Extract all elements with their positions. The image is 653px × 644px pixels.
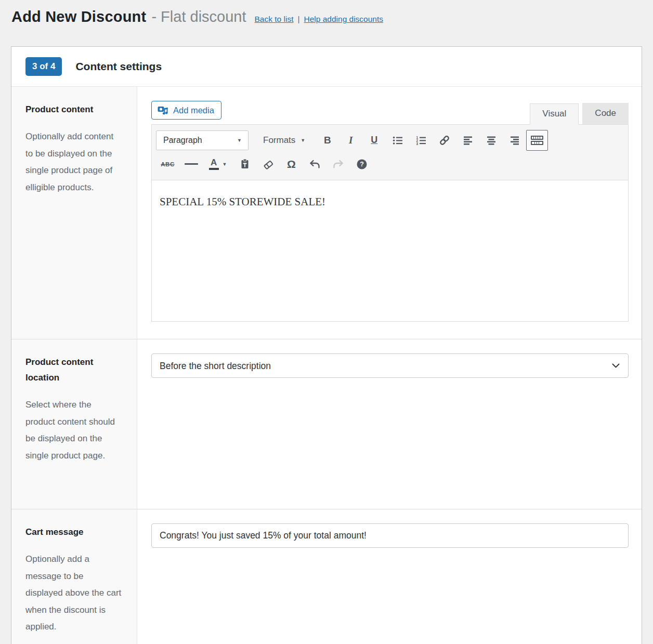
text-color-icon: A: [209, 158, 219, 170]
svg-text:3: 3: [416, 141, 418, 145]
add-media-button[interactable]: Add media: [151, 101, 221, 120]
text-color-button[interactable]: A ▼: [203, 154, 233, 174]
product-content-heading: Product content: [25, 102, 123, 117]
editor-top-bar: Add media Visual Code: [151, 101, 629, 124]
chevron-down-icon: ▼: [237, 138, 242, 143]
bulleted-list-icon: [393, 135, 403, 146]
cart-message-label-cell: Cart message Optionally add a message to…: [11, 509, 137, 644]
redo-icon: [333, 160, 344, 169]
clear-formatting-button[interactable]: [256, 154, 280, 174]
product-content-row: Product content Optionally add content t…: [11, 87, 642, 339]
cart-message-description: Optionally add a message to be displayed…: [25, 551, 123, 636]
special-character-button[interactable]: Ω: [280, 154, 303, 174]
cart-message-input[interactable]: [151, 523, 629, 548]
add-media-label: Add media: [173, 106, 214, 115]
align-center-icon: [486, 135, 497, 146]
cart-message-heading: Cart message: [25, 524, 123, 540]
location-description: Select where the product content should …: [25, 397, 123, 464]
chevron-down-icon: ▼: [223, 162, 227, 167]
undo-icon: [309, 160, 320, 169]
underline-icon: U: [371, 135, 377, 146]
horizontal-rule-icon: [185, 163, 198, 165]
toolbar-toggle-icon: [531, 135, 543, 146]
cart-message-content-cell: [137, 509, 642, 644]
tinymce-editor: Paragraph ▼ Formats ▼ B I: [151, 124, 629, 322]
undo-button[interactable]: [303, 154, 326, 174]
align-right-button[interactable]: [503, 130, 526, 150]
editor-content-area[interactable]: SPECIAL 15% STOREWIDE SALE!: [152, 180, 628, 321]
align-left-button[interactable]: [456, 130, 479, 150]
media-camera-note-icon: [158, 105, 168, 115]
horizontal-rule-button[interactable]: [179, 154, 203, 174]
tab-code[interactable]: Code: [582, 103, 629, 124]
align-right-icon: [510, 135, 520, 146]
help-icon: ?: [356, 159, 368, 170]
eraser-icon: [263, 159, 274, 169]
svg-text:?: ?: [360, 161, 364, 168]
paste-as-text-button[interactable]: [233, 154, 256, 174]
product-content-location-row: Product content location Select where th…: [11, 339, 642, 509]
italic-icon: I: [349, 135, 352, 146]
numbered-list-icon: 1 2 3: [416, 135, 426, 146]
cart-message-row: Cart message Optionally add a message to…: [11, 509, 642, 644]
page-subtitle: - Flat discount: [151, 8, 246, 25]
bold-icon: B: [324, 135, 331, 146]
panel-header: 3 of 4 Content settings: [11, 47, 642, 87]
product-content-editor-cell: Add media Visual Code Paragraph ▼ Fo: [137, 87, 642, 339]
step-badge: 3 of 4: [25, 57, 62, 76]
toolbar-row-1: Paragraph ▼ Formats ▼ B I: [156, 128, 624, 152]
numbered-list-button[interactable]: 1 2 3: [409, 130, 433, 150]
panel-title: Content settings: [75, 60, 162, 73]
product-content-label-cell: Product content Optionally add content t…: [11, 87, 137, 339]
bold-button[interactable]: B: [316, 130, 339, 150]
paragraph-format-select[interactable]: Paragraph ▼: [156, 130, 249, 150]
location-select-wrap: Before the short description: [151, 353, 629, 378]
header-links: Back to list|Help adding discounts: [255, 15, 384, 24]
link-separator: |: [297, 15, 299, 23]
underline-button[interactable]: U: [362, 130, 386, 150]
editor-mode-tabs: Visual Code: [526, 103, 629, 124]
bulleted-list-button[interactable]: [386, 130, 409, 150]
editor-toolbar: Paragraph ▼ Formats ▼ B I: [152, 125, 628, 180]
page-title: Add New Discount: [11, 8, 146, 25]
strikethrough-button[interactable]: ABC: [156, 154, 179, 174]
link-icon: [439, 135, 450, 146]
content-settings-panel: 3 of 4 Content settings Product content …: [11, 46, 642, 644]
chevron-down-icon: ▼: [301, 138, 305, 143]
omega-icon: Ω: [287, 158, 296, 170]
paragraph-format-label: Paragraph: [163, 136, 202, 145]
help-adding-discounts-link[interactable]: Help adding discounts: [304, 15, 384, 23]
help-button[interactable]: ?: [350, 154, 373, 174]
toolbar-row-2: ABC A ▼: [156, 152, 624, 176]
product-content-description: Optionally add content to be displayed o…: [25, 128, 123, 196]
location-heading: Product content location: [25, 354, 123, 386]
location-label-cell: Product content location Select where th…: [11, 339, 137, 509]
italic-button[interactable]: I: [339, 130, 362, 150]
formats-label: Formats: [263, 135, 295, 146]
back-to-list-link[interactable]: Back to list: [255, 15, 294, 23]
link-button[interactable]: [433, 130, 456, 150]
strikethrough-icon: ABC: [161, 161, 174, 167]
toolbar-toggle-button[interactable]: [526, 130, 548, 151]
paste-as-text-icon: [240, 159, 250, 169]
align-left-icon: [463, 135, 473, 146]
content-location-select[interactable]: Before the short description: [151, 353, 629, 378]
redo-button[interactable]: [326, 154, 350, 174]
page-header: Add New Discount - Flat discount Back to…: [0, 0, 653, 25]
location-content-cell: Before the short description: [137, 339, 642, 509]
formats-menu-button[interactable]: Formats ▼: [257, 130, 311, 150]
editor-content-text: SPECIAL 15% STOREWIDE SALE!: [160, 195, 325, 208]
align-center-button[interactable]: [479, 130, 503, 150]
tab-visual[interactable]: Visual: [530, 103, 579, 125]
